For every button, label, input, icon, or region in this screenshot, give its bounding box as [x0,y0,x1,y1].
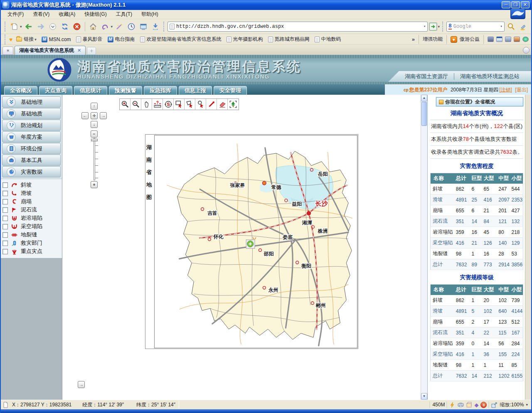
home-button[interactable] [88,21,99,32]
menu-item[interactable]: 帮助(H) [137,10,163,19]
pan-up-button[interactable]: ↑ [91,103,98,110]
tab-close-icon[interactable]: ✕ [77,48,81,53]
search-button[interactable] [506,21,517,32]
nav-tab-应急指挥[interactable]: 应急指挥 [144,86,177,95]
stop-button[interactable] [71,21,82,32]
legend-checkbox[interactable] [2,224,8,229]
address-bar[interactable]: http://dzzh.hndh.gov.cn/gridweb.aspx ▾ [167,22,428,32]
measure-tool-button[interactable]: ? [152,99,163,110]
window-list-icon[interactable] [496,37,502,42]
sidebar-section-防治规划[interactable]: 防治规划 [2,120,61,131]
refresh-button[interactable] [59,21,70,32]
proxy-icon[interactable] [458,402,464,408]
sidebar-section-灾害数据[interactable]: 灾害数据 [2,166,61,177]
bookmark-item[interactable]: 中地数码 [313,35,343,44]
screen-capture-button[interactable] [138,21,149,32]
charity-link[interactable]: 傲游公益 [460,36,480,43]
legend-checkbox[interactable] [2,207,8,213]
logout-link[interactable]: [注销] [499,86,512,93]
map-canvas[interactable]: 张家界常德岳阳益阳长沙吉首湘潭株洲怀化娄底邵阳衡阳永州郴州 [154,135,357,348]
highlight-button[interactable] [518,21,529,32]
history-clock-button[interactable] [126,21,137,32]
exit-link[interactable]: [退出] [515,86,528,93]
new-tab-button[interactable]: + [87,47,96,55]
sidebar-section-基本工具[interactable]: 基本工具 [2,155,61,166]
close-button[interactable]: ✕ [521,1,530,8]
search-box[interactable]: 8 Google ▾ [446,22,505,32]
zoom-slider-track[interactable] [94,138,95,180]
zoom-level[interactable]: 缩放:100% [500,401,524,408]
boss-key-icon[interactable] [449,402,456,408]
sidebar-section-年度方案[interactable]: 年度方案 [2,131,61,143]
zoom-minus-button[interactable]: − [91,130,98,138]
sidebar-section-环境公报[interactable]: 环境公报 [2,143,61,154]
zoom-dropdown-icon[interactable]: ▾ [526,403,528,407]
brush-icon[interactable] [514,37,520,42]
go-dropdown-icon[interactable]: ▾ [438,25,440,29]
banner-link[interactable]: 湖南省国土资源厅 [405,73,448,80]
pan-tool-button[interactable] [141,99,152,110]
banner-link[interactable]: 湖南省地质环境监测总站 [460,73,520,80]
zoom-plus-button[interactable]: + [91,181,98,188]
legend-checkbox[interactable] [2,182,8,188]
zoom-in-tool-button[interactable] [120,99,131,110]
search-engine-dropdown-icon[interactable]: ▾ [500,24,502,29]
scale-tool-button[interactable]: S [163,99,174,110]
pan-left-button[interactable]: ← [81,112,89,119]
download-button[interactable] [150,21,161,32]
rect-select-tool-button[interactable] [174,99,185,110]
search-placeholder[interactable]: Google [453,24,500,30]
legend-checkbox[interactable] [2,199,8,204]
undo-button[interactable] [100,21,111,32]
url-text[interactable]: http://dzzh.hndh.gov.cn/gridweb.aspx [176,24,423,30]
vertical-scrollbar[interactable]: ▲ ▼ [421,95,427,400]
nav-tab-全省概况[interactable]: 全省概况 [4,86,37,95]
new-page-button[interactable] [9,21,20,32]
nav-tab-灾点查询[interactable]: 灾点查询 [39,86,72,95]
bookmark-item[interactable]: 光年摄影机构 [224,35,265,44]
sidebar-section-基础地理[interactable]: 基础地理 [2,96,61,108]
new-window-icon[interactable] [466,402,472,408]
undo-dropdown-icon[interactable]: ▾ [111,25,113,29]
panel-expand-button[interactable]: → [78,381,85,388]
menu-item[interactable]: 文件(F) [3,10,28,19]
legend-checkbox[interactable] [2,241,8,246]
go-button[interactable] [429,22,437,31]
nav-tab-信息上报[interactable]: 信息上报 [179,86,212,95]
menu-item[interactable]: 工具(T) [112,10,136,19]
zoom-slider-handle[interactable] [91,139,98,141]
legend-checkbox[interactable] [2,191,8,196]
legend-checkbox[interactable] [2,232,8,238]
polygon-select-tool-button[interactable] [185,99,195,110]
legend-checkbox[interactable] [2,216,8,221]
popup-blocker-icon[interactable]: 0 [480,402,487,408]
forward-button[interactable] [35,21,46,32]
sidebar-toggle-icon[interactable] [488,37,494,42]
plugins-link[interactable]: 增强功能 [423,36,443,43]
resize-page-icon[interactable] [491,402,498,408]
full-extent-tool-button[interactable] [228,99,239,110]
pan-center-button[interactable]: ✛ [91,112,98,119]
back-button[interactable] [23,21,34,32]
notes-icon[interactable] [505,37,511,42]
pan-right-button[interactable]: → [100,112,107,119]
tab-star-button[interactable]: ✶ [2,47,13,55]
zoom-out-tool-button[interactable] [131,99,141,110]
url-dropdown-icon[interactable]: ▾ [424,24,426,29]
maximize-button[interactable]: ❐ [511,1,520,8]
scroll-thumb[interactable] [421,102,427,126]
bookmarks-overflow-chevron[interactable]: » [412,36,415,42]
new-page-dropdown-icon[interactable]: ▾ [20,25,22,29]
sidebar-section-基础地质[interactable]: 基础地质 [2,108,61,119]
menu-item[interactable]: 查看(V) [29,10,54,19]
circle-select-tool-button[interactable] [195,99,206,110]
bookmark-item[interactable]: MMSN.com [39,36,73,43]
minimize-button[interactable]: ─ [502,1,510,8]
globe-icon[interactable] [522,37,529,42]
scroll-up-icon[interactable]: ▲ [421,95,427,101]
bookmark-item[interactable]: M电台指南 [106,35,137,44]
nav-tab-安全管理[interactable]: 安全管理 [214,86,247,95]
scroll-down-icon[interactable]: ▼ [421,393,427,400]
favorites-heart-icon[interactable]: ♥ [9,36,12,43]
menu-item[interactable]: 收藏(A) [54,10,79,19]
